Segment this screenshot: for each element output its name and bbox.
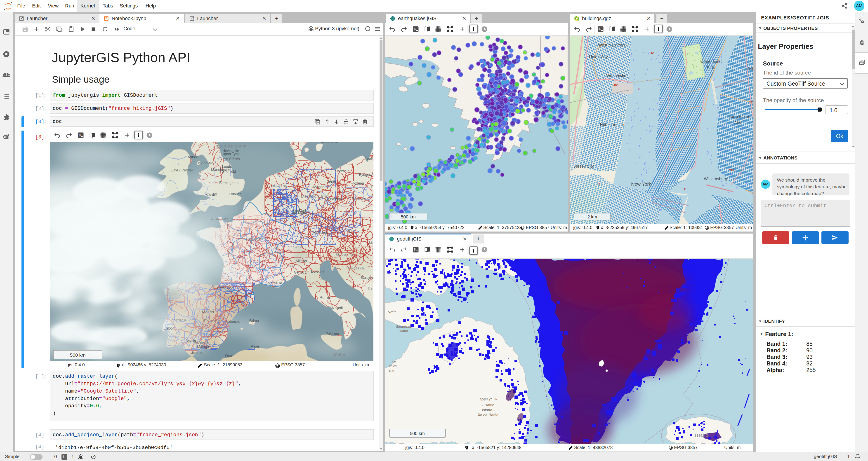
- svg-text:Union City: Union City: [589, 55, 608, 59]
- svg-text:- Baffin: - Baffin: [482, 403, 494, 407]
- svg-text:France: France: [246, 237, 261, 241]
- svg-text:Hoboken: Hoboken: [600, 123, 616, 127]
- svg-text:Valencia: Valencia: [226, 320, 240, 324]
- svg-text:Palermo: Palermo: [326, 332, 339, 336]
- svg-text:$: $: [414, 248, 416, 252]
- svg-text:am Main: am Main: [292, 211, 306, 215]
- svg-text:Edinburgh: Edinburgh: [209, 142, 226, 142]
- svg-text:9A: 9A: [659, 132, 662, 136]
- svg-text:Eire / Ireland: Eire / Ireland: [171, 168, 193, 172]
- svg-text:United Kingdom: United Kingdom: [213, 144, 246, 149]
- svg-text:$: $: [598, 27, 600, 31]
- svg-text:78: 78: [597, 182, 600, 186]
- svg-text:Palma: Palma: [249, 319, 259, 323]
- svg-text:Deutschland: Deutschland: [301, 194, 329, 199]
- svg-text:Roma: Roma: [320, 295, 330, 300]
- svg-text:Wien: Wien: [348, 230, 356, 234]
- svg-text:Birmingham: Birmingham: [219, 181, 239, 185]
- svg-text:Belfast: Belfast: [187, 155, 198, 159]
- svg-text:Portugal: Portugal: [170, 318, 188, 322]
- svg-text:Gdansk: Gdansk: [364, 157, 373, 161]
- svg-text:Sarajevo: Sarajevo: [361, 276, 373, 279]
- svg-text:Bologna: Bologna: [311, 269, 324, 273]
- svg-text:nce: nce: [391, 360, 396, 363]
- svg-text:500 km: 500 km: [70, 352, 86, 358]
- svg-text:25: 25: [749, 101, 752, 104]
- svg-text:500 km: 500 km: [410, 431, 425, 436]
- svg-text:Guernsey: Guernsey: [211, 217, 228, 221]
- svg-text:Madrid: Madrid: [202, 310, 214, 314]
- svg-text:2: 2: [684, 188, 686, 191]
- svg-text:Bydgoszcz: Bydgoszcz: [359, 173, 373, 177]
- svg-text:Torino: Torino: [285, 264, 295, 267]
- svg-text:Weehawken: Weehawken: [606, 74, 629, 78]
- svg-text:Upper East: Upper East: [700, 59, 722, 64]
- svg-text:Schweiz: Schweiz: [288, 245, 303, 249]
- svg-text:Genova: Genova: [294, 270, 307, 274]
- svg-text:$: $: [79, 133, 81, 137]
- svg-text:Leeds: Leeds: [222, 165, 232, 168]
- svg-text:London: London: [229, 192, 242, 196]
- svg-text:København: København: [320, 142, 338, 144]
- svg-text:Málaga: Málaga: [197, 345, 209, 349]
- svg-text:West New York: West New York: [598, 43, 626, 47]
- svg-text:Nederland: Nederland: [268, 184, 287, 188]
- svg-text:Dresden: Dresden: [328, 197, 342, 201]
- svg-text:Isle of Man: Isle of Man: [198, 161, 214, 165]
- svg-text:Kobenh: Kobenh: [372, 152, 373, 155]
- svg-text:Jersey City: Jersey City: [574, 164, 594, 168]
- svg-text:ᕿᑭᖅᑖᓗᒃ: ᕿᑭᖅᑖᓗᒃ: [480, 398, 497, 402]
- svg-text:Long Island: Long Island: [728, 114, 750, 119]
- svg-text:3: 3: [622, 123, 624, 127]
- svg-text:Magdeburg: Magdeburg: [313, 185, 332, 189]
- svg-text:Slovenija: Slovenija: [336, 253, 353, 257]
- svg-text:Somerset: Somerset: [396, 325, 411, 328]
- svg-text:Island: Island: [399, 329, 408, 333]
- svg-text:2 km: 2 km: [587, 215, 597, 219]
- svg-text:Napoli: Napoli: [332, 306, 343, 310]
- svg-text:ᐊᓕᖅ: ᐊᓕᖅ: [388, 310, 396, 314]
- svg-text:Sheffield: Sheffield: [222, 170, 236, 173]
- svg-text:City: City: [734, 121, 741, 125]
- svg-text:Great Britain: Great Britain: [218, 157, 240, 161]
- svg-text:Lisboa: Lisboa: [164, 326, 174, 330]
- svg-text:Williamsburg: Williamsburg: [704, 177, 727, 181]
- svg-text:Asto: Asto: [747, 66, 753, 71]
- svg-text:Andalucía: Andalucía: [194, 340, 208, 344]
- svg-text:Side: Side: [707, 65, 715, 70]
- svg-text:München: München: [313, 231, 328, 234]
- svg-text:Gibraltar: Gibraltar: [189, 351, 203, 355]
- svg-text:Berlin: Berlin: [327, 180, 336, 184]
- svg-text:New York: New York: [631, 182, 651, 187]
- svg-text:Vales: Vales: [389, 364, 397, 368]
- svg-text:Pols: Pols: [371, 185, 373, 189]
- svg-text:Pamplona: Pamplona: [217, 286, 233, 290]
- svg-text:Magyaro: Magyaro: [369, 241, 373, 245]
- svg-text:Island -: Island -: [482, 408, 495, 412]
- svg-text:Malta: Malta: [334, 352, 345, 357]
- svg-text:$: $: [414, 27, 416, 31]
- svg-text:Poznan: Poznan: [352, 182, 364, 185]
- svg-text:Milano: Milano: [296, 259, 307, 263]
- svg-text:1A: 1A: [651, 51, 654, 55]
- svg-text:Oran: Oran: [225, 354, 233, 358]
- svg-text:500 km: 500 km: [401, 215, 416, 219]
- svg-text:and: and: [389, 369, 395, 372]
- svg-text:Alger: Alger: [251, 344, 259, 348]
- svg-text:Crna G: Crna G: [368, 287, 373, 291]
- svg-text:España: España: [204, 319, 221, 323]
- svg-text:Wroclaw: Wroclaw: [352, 197, 366, 201]
- svg-text:9: 9: [638, 87, 640, 91]
- svg-text:Île de Baffin: Île de Baffin: [478, 413, 498, 417]
- svg-text:Szczecin: Szczecin: [335, 169, 349, 173]
- svg-text:upon Tyne: upon Tyne: [223, 152, 240, 156]
- svg-text:495: 495: [614, 84, 618, 87]
- svg-text:Island: Island: [695, 433, 708, 437]
- svg-text:Cardiff: Cardiff: [206, 193, 217, 197]
- svg-text:Marseille: Marseille: [268, 281, 282, 285]
- svg-text:Hrvatska: Hrvatska: [346, 266, 364, 270]
- svg-text:278: 278: [729, 168, 734, 172]
